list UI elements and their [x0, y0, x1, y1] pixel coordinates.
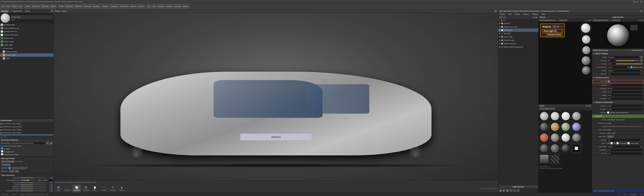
- cc-saturation-slider[interactable]: [20, 188, 46, 189]
- list-item[interactable]: ▼ Environments: [0, 47, 54, 50]
- preset-item[interactable]: [561, 132, 571, 143]
- cc-contrast-slider[interactable]: [20, 184, 46, 185]
- presentation-btn[interactable]: Presentation: [119, 4, 129, 9]
- startslo-btn[interactable]: Startslo...: [102, 4, 110, 9]
- show-btn[interactable]: Show: [9, 170, 14, 172]
- preview-colorspace-select[interactable]: sRGB (glbMonitor): [593, 19, 609, 22]
- blend-select[interactable]: Color: [607, 66, 630, 69]
- cc-exposure-slider[interactable]: [20, 177, 46, 178]
- env-tree-item[interactable]: ▶ Environment_Asset_Orange...: [0, 128, 54, 131]
- env-option-2[interactable]: Flip Inside Out: [1, 150, 52, 153]
- invert-alpha-checkbox[interactable]: [628, 142, 630, 144]
- lightpaint-checkbox[interactable]: [8, 167, 10, 169]
- prev-light-btn[interactable]: ◀: [499, 189, 502, 192]
- menu-help[interactable]: Help: [540, 13, 546, 15]
- light-item-green[interactable]: 👁 Green Candy: [498, 35, 538, 38]
- env-tree-item[interactable]: ▶ Environment_Asset_Studio...: [0, 131, 54, 134]
- list-item[interactable]: Dashboard white: [0, 23, 54, 26]
- preset-item[interactable]: [550, 132, 560, 143]
- reflection-select[interactable]: Reflection Painting: [11, 167, 28, 169]
- advanced-rotations-checkbox[interactable]: [607, 112, 609, 114]
- name-close-btn[interactable]: ✕: [640, 56, 643, 59]
- light-item-dark[interactable]: 👁 Dark Light: [498, 32, 538, 35]
- light-item-square[interactable]: 👁 Square Small Rail: [498, 42, 538, 45]
- menu-edit[interactable]: Edit: [508, 13, 512, 15]
- list-item[interactable]: Emissive White ON: [0, 30, 54, 33]
- more-options-btn[interactable]: ≡: [516, 189, 520, 192]
- save-settings-btn[interactable]: Save Settings: [1, 164, 11, 166]
- longitude-input[interactable]: [607, 87, 643, 90]
- env-tree-item[interactable]: ▶ Scene: [0, 134, 54, 136]
- save-btn[interactable]: Save: [18, 4, 23, 9]
- preset-item[interactable]: [561, 143, 571, 154]
- preset-item[interactable]: [539, 132, 549, 143]
- scanplates-btn[interactable]: Scanplates: [64, 4, 74, 9]
- delete-light-btn[interactable]: ✕: [510, 189, 512, 192]
- opacity-slider[interactable]: [616, 64, 643, 64]
- tab-clips[interactable]: 📋 Clips: [90, 184, 99, 192]
- material-list[interactable]: Dashboard white Decal_Autodesk_Logo Emis…: [0, 23, 54, 119]
- intensity-input[interactable]: [607, 59, 616, 62]
- 3d-viewport[interactable]: VRED2018: [54, 13, 498, 180]
- name-input[interactable]: [607, 56, 639, 58]
- cc-wb-input[interactable]: [42, 179, 52, 182]
- preset-item[interactable]: [572, 111, 582, 121]
- handle-v-input[interactable]: [607, 108, 643, 110]
- remove-light-btn[interactable]: -: [502, 16, 506, 19]
- cc-hue-slider[interactable]: [20, 182, 46, 183]
- canvas-display[interactable]: Mapping 3D 2D ▼ Area Light ✓: [538, 22, 592, 104]
- list-item[interactable]: Emissive_OFF: [0, 36, 54, 40]
- grid-btn[interactable]: Grid: [146, 4, 151, 9]
- flip-checkbox[interactable]: [610, 142, 613, 144]
- new-btn[interactable]: New: [1, 4, 5, 9]
- env-option-1[interactable]: Is Visible: [1, 147, 52, 150]
- area-light-checkbox[interactable]: ✓: [554, 30, 556, 32]
- opacity-input[interactable]: [607, 62, 616, 65]
- list-item[interactable]: Empty_Garage: [0, 40, 54, 43]
- texturing-btn[interactable]: Texturing: [174, 4, 182, 9]
- add-light-btn[interactable]: +: [499, 16, 502, 19]
- list-item[interactable]: Orange_Seaview: [0, 50, 54, 53]
- light-filter-select[interactable]: All: [532, 16, 538, 19]
- preset-item[interactable]: [572, 132, 582, 143]
- preset-item[interactable]: [550, 143, 560, 154]
- list-item[interactable]: Decal_Autodesk_Logo: [0, 26, 54, 30]
- premultiply-checkbox[interactable]: [616, 142, 619, 144]
- tab-render[interactable]: ▶ Render: [118, 184, 126, 192]
- list-item[interactable]: Emissive White Switch: [0, 33, 54, 36]
- canvas-colorspace-select[interactable]: sRGB (glbMonitor): [539, 19, 556, 22]
- transform-extended-header[interactable]: ▼ Transform (Extended): [592, 100, 644, 104]
- raytracing-btn[interactable]: Raytracing: [31, 4, 40, 9]
- intensity-slider[interactable]: [616, 60, 639, 61]
- light-item-umbrella[interactable]: 👁 Umbrella 1: [498, 22, 538, 25]
- preset-item[interactable]: [561, 122, 571, 132]
- content-header[interactable]: ▼ Content: [592, 114, 644, 118]
- fullscreen-btn[interactable]: Fullscreen: [110, 4, 119, 9]
- env-tree-item[interactable]: ▶ Environment_Asset_Orange...: [0, 125, 54, 128]
- preserve-alpha-checkbox[interactable]: [630, 66, 632, 68]
- render-btn[interactable]: Render: [50, 4, 57, 9]
- menu-create[interactable]: Create: [514, 13, 521, 15]
- sign-in-btn[interactable]: Sign In: [632, 1, 640, 2]
- viewport-settings-btn[interactable]: ⚙: [494, 10, 497, 13]
- tab-materials[interactable]: ⬜ Materials: [72, 184, 81, 192]
- lights-colorspace-select[interactable]: sRGB (glbMonitor): [539, 108, 556, 110]
- singleui-btn[interactable]: Single UI: [182, 4, 190, 9]
- headlight-btn[interactable]: Headlight: [92, 4, 100, 9]
- env-edit-btn[interactable]: ⚙: [46, 142, 49, 145]
- tab-varsets[interactable]: ☰ Varsets: [109, 184, 117, 192]
- lights-filter-select[interactable]: All: [586, 104, 591, 107]
- mapping-select-prop[interactable]: 3D: [607, 73, 643, 75]
- env-link-btn[interactable]: 🔗: [50, 142, 52, 145]
- preset-item[interactable]: [539, 143, 549, 154]
- mapping-content-select[interactable]: 3D: [607, 138, 643, 141]
- preset-item[interactable]: [539, 111, 549, 121]
- preset-item[interactable]: [561, 111, 571, 121]
- intensity-reset-btn[interactable]: ↺: [640, 59, 643, 62]
- preset-item[interactable]: [550, 122, 560, 132]
- tab-scene[interactable]: Scene: [24, 10, 31, 13]
- latitude-input[interactable]: [607, 84, 643, 86]
- preset-item[interactable]: [550, 111, 560, 121]
- handle-u-input[interactable]: [607, 104, 643, 107]
- menu-project[interactable]: Project: [499, 13, 506, 15]
